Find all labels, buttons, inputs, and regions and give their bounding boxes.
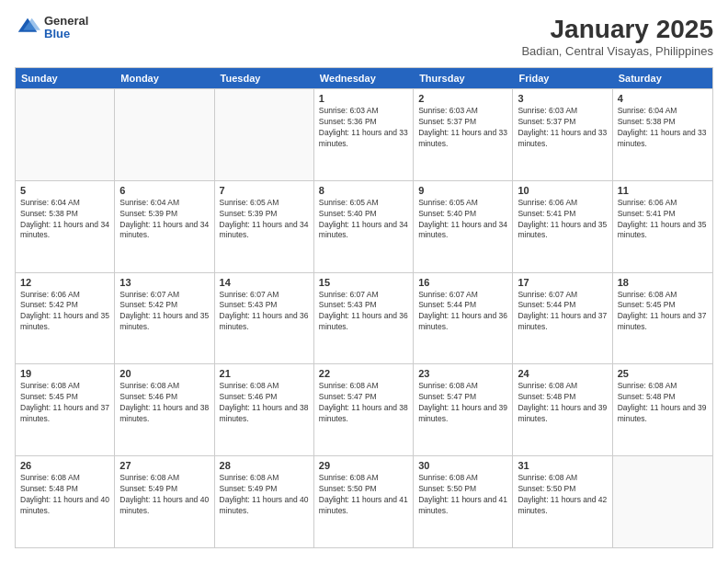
calendar-cell: 27Sunrise: 6:08 AM Sunset: 5:49 PM Dayli… (115, 456, 214, 547)
cell-sun-info: Sunrise: 6:06 AM Sunset: 5:42 PM Dayligh… (20, 290, 109, 334)
calendar-cell: 10Sunrise: 6:06 AM Sunset: 5:41 PM Dayli… (513, 181, 612, 272)
cell-sun-info: Sunrise: 6:08 AM Sunset: 5:48 PM Dayligh… (20, 473, 109, 517)
calendar-cell: 24Sunrise: 6:08 AM Sunset: 5:48 PM Dayli… (513, 364, 612, 455)
calendar-cell: 8Sunrise: 6:05 AM Sunset: 5:40 PM Daylig… (314, 181, 414, 272)
cell-sun-info: Sunrise: 6:08 AM Sunset: 5:45 PM Dayligh… (20, 381, 109, 425)
cell-sun-info: Sunrise: 6:04 AM Sunset: 5:38 PM Dayligh… (618, 106, 708, 150)
cell-sun-info: Sunrise: 6:08 AM Sunset: 5:47 PM Dayligh… (319, 381, 408, 425)
cell-date-number: 8 (319, 185, 408, 196)
calendar-cell: 11Sunrise: 6:06 AM Sunset: 5:41 PM Dayli… (613, 181, 712, 272)
cell-sun-info: Sunrise: 6:05 AM Sunset: 5:39 PM Dayligh… (220, 198, 309, 242)
cell-sun-info: Sunrise: 6:08 AM Sunset: 5:47 PM Dayligh… (418, 381, 507, 425)
cell-sun-info: Sunrise: 6:08 AM Sunset: 5:48 PM Dayligh… (618, 381, 708, 425)
calendar-week-row: 5Sunrise: 6:04 AM Sunset: 5:38 PM Daylig… (16, 180, 712, 272)
cell-sun-info: Sunrise: 6:08 AM Sunset: 5:48 PM Dayligh… (518, 381, 607, 425)
calendar-cell: 5Sunrise: 6:04 AM Sunset: 5:38 PM Daylig… (16, 181, 115, 272)
cell-sun-info: Sunrise: 6:08 AM Sunset: 5:49 PM Dayligh… (220, 473, 309, 517)
cell-date-number: 27 (119, 460, 209, 471)
cell-date-number: 15 (319, 277, 408, 288)
calendar-cell: 21Sunrise: 6:08 AM Sunset: 5:46 PM Dayli… (215, 364, 314, 455)
cell-sun-info: Sunrise: 6:05 AM Sunset: 5:40 PM Dayligh… (418, 198, 507, 242)
cell-date-number: 13 (119, 277, 209, 288)
cell-date-number: 30 (418, 460, 507, 471)
cell-date-number: 26 (20, 460, 109, 471)
cell-date-number: 28 (220, 460, 309, 471)
calendar-header-day: Tuesday (215, 68, 314, 88)
cell-sun-info: Sunrise: 6:07 AM Sunset: 5:43 PM Dayligh… (220, 290, 309, 334)
cell-sun-info: Sunrise: 6:08 AM Sunset: 5:50 PM Dayligh… (518, 473, 607, 517)
calendar-body: 1Sunrise: 6:03 AM Sunset: 5:36 PM Daylig… (16, 88, 712, 547)
calendar-cell: 18Sunrise: 6:08 AM Sunset: 5:45 PM Dayli… (613, 273, 712, 364)
calendar-cell: 14Sunrise: 6:07 AM Sunset: 5:43 PM Dayli… (215, 273, 314, 364)
calendar-cell: 13Sunrise: 6:07 AM Sunset: 5:42 PM Dayli… (115, 273, 214, 364)
calendar-cell: 16Sunrise: 6:07 AM Sunset: 5:44 PM Dayli… (414, 273, 513, 364)
calendar-cell: 6Sunrise: 6:04 AM Sunset: 5:39 PM Daylig… (115, 181, 214, 272)
calendar-header-day: Monday (115, 68, 214, 88)
cell-date-number: 7 (220, 185, 309, 196)
cell-sun-info: Sunrise: 6:06 AM Sunset: 5:41 PM Dayligh… (518, 198, 607, 242)
calendar-cell: 12Sunrise: 6:06 AM Sunset: 5:42 PM Dayli… (16, 273, 115, 364)
calendar-week-row: 1Sunrise: 6:03 AM Sunset: 5:36 PM Daylig… (16, 88, 712, 180)
cell-sun-info: Sunrise: 6:06 AM Sunset: 5:41 PM Dayligh… (618, 198, 708, 242)
calendar-cell: 1Sunrise: 6:03 AM Sunset: 5:36 PM Daylig… (314, 89, 414, 180)
calendar-cell: 30Sunrise: 6:08 AM Sunset: 5:50 PM Dayli… (414, 456, 513, 547)
calendar-header-day: Thursday (414, 68, 513, 88)
calendar-week-row: 26Sunrise: 6:08 AM Sunset: 5:48 PM Dayli… (16, 455, 712, 547)
cell-sun-info: Sunrise: 6:07 AM Sunset: 5:44 PM Dayligh… (418, 290, 507, 334)
cell-sun-info: Sunrise: 6:05 AM Sunset: 5:40 PM Dayligh… (319, 198, 408, 242)
cell-date-number: 22 (319, 368, 408, 379)
calendar-cell: 17Sunrise: 6:07 AM Sunset: 5:44 PM Dayli… (513, 273, 612, 364)
cell-date-number: 23 (418, 368, 507, 379)
logo: General Blue (15, 15, 88, 41)
calendar-header-day: Friday (513, 68, 612, 88)
cell-sun-info: Sunrise: 6:04 AM Sunset: 5:39 PM Dayligh… (119, 198, 209, 242)
calendar-header-day: Wednesday (314, 68, 414, 88)
cell-date-number: 25 (618, 368, 708, 379)
cell-date-number: 11 (618, 185, 708, 196)
cell-date-number: 18 (618, 277, 708, 288)
cell-sun-info: Sunrise: 6:03 AM Sunset: 5:37 PM Dayligh… (418, 106, 507, 150)
cell-date-number: 4 (618, 93, 708, 104)
calendar-cell: 9Sunrise: 6:05 AM Sunset: 5:40 PM Daylig… (414, 181, 513, 272)
cell-sun-info: Sunrise: 6:08 AM Sunset: 5:49 PM Dayligh… (119, 473, 209, 517)
cell-date-number: 3 (518, 93, 607, 104)
calendar-cell: 28Sunrise: 6:08 AM Sunset: 5:49 PM Dayli… (215, 456, 314, 547)
calendar-cell: 15Sunrise: 6:07 AM Sunset: 5:43 PM Dayli… (314, 273, 414, 364)
cell-date-number: 2 (418, 93, 507, 104)
logo-general-text: General (44, 15, 88, 28)
calendar-cell: 25Sunrise: 6:08 AM Sunset: 5:48 PM Dayli… (613, 364, 712, 455)
calendar-cell: 26Sunrise: 6:08 AM Sunset: 5:48 PM Dayli… (16, 456, 115, 547)
cell-sun-info: Sunrise: 6:07 AM Sunset: 5:44 PM Dayligh… (518, 290, 607, 334)
cell-date-number: 9 (418, 185, 507, 196)
calendar-cell: 29Sunrise: 6:08 AM Sunset: 5:50 PM Dayli… (314, 456, 414, 547)
cell-sun-info: Sunrise: 6:08 AM Sunset: 5:50 PM Dayligh… (319, 473, 408, 517)
cell-date-number: 20 (119, 368, 209, 379)
calendar-cell: 4Sunrise: 6:04 AM Sunset: 5:38 PM Daylig… (613, 89, 712, 180)
cell-sun-info: Sunrise: 6:08 AM Sunset: 5:46 PM Dayligh… (220, 381, 309, 425)
cell-sun-info: Sunrise: 6:03 AM Sunset: 5:36 PM Dayligh… (319, 106, 408, 150)
location: Badian, Central Visayas, Philippines (521, 44, 713, 58)
calendar: SundayMondayTuesdayWednesdayThursdayFrid… (15, 67, 713, 548)
calendar-cell: 7Sunrise: 6:05 AM Sunset: 5:39 PM Daylig… (215, 181, 314, 272)
cell-sun-info: Sunrise: 6:03 AM Sunset: 5:37 PM Dayligh… (518, 106, 607, 150)
calendar-cell (613, 456, 712, 547)
logo-text: General Blue (44, 15, 88, 41)
calendar-cell: 19Sunrise: 6:08 AM Sunset: 5:45 PM Dayli… (16, 364, 115, 455)
cell-date-number: 6 (119, 185, 209, 196)
logo-icon (15, 15, 40, 40)
calendar-cell (16, 89, 115, 180)
title-area: January 2025 Badian, Central Visayas, Ph… (521, 15, 713, 58)
logo-blue-text: Blue (44, 28, 88, 40)
cell-date-number: 5 (20, 185, 109, 196)
cell-date-number: 21 (220, 368, 309, 379)
page: General Blue January 2025 Badian, Centra… (0, 0, 728, 563)
calendar-header-day: Saturday (613, 68, 712, 88)
cell-date-number: 1 (319, 93, 408, 104)
calendar-cell: 20Sunrise: 6:08 AM Sunset: 5:46 PM Dayli… (115, 364, 214, 455)
cell-date-number: 17 (518, 277, 607, 288)
calendar-cell: 31Sunrise: 6:08 AM Sunset: 5:50 PM Dayli… (513, 456, 612, 547)
calendar-week-row: 19Sunrise: 6:08 AM Sunset: 5:45 PM Dayli… (16, 363, 712, 455)
calendar-week-row: 12Sunrise: 6:06 AM Sunset: 5:42 PM Dayli… (16, 272, 712, 364)
header: General Blue January 2025 Badian, Centra… (15, 15, 713, 58)
calendar-cell: 23Sunrise: 6:08 AM Sunset: 5:47 PM Dayli… (414, 364, 513, 455)
